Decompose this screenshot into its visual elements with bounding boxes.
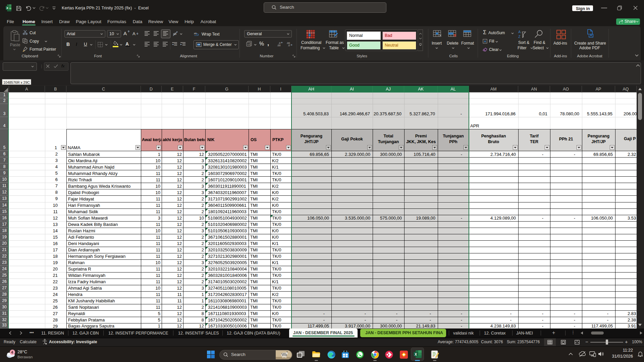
svg-text:.0: .0 [288,44,290,46]
svg-text:.00: .00 [277,44,280,46]
svg-text:A: A [518,30,521,34]
svg-text:X: X [415,353,417,356]
svg-text:12: 12 [247,43,250,46]
svg-text:Z: Z [518,35,521,39]
svg-text:ab: ab [173,32,176,36]
svg-text:X: X [6,6,8,10]
